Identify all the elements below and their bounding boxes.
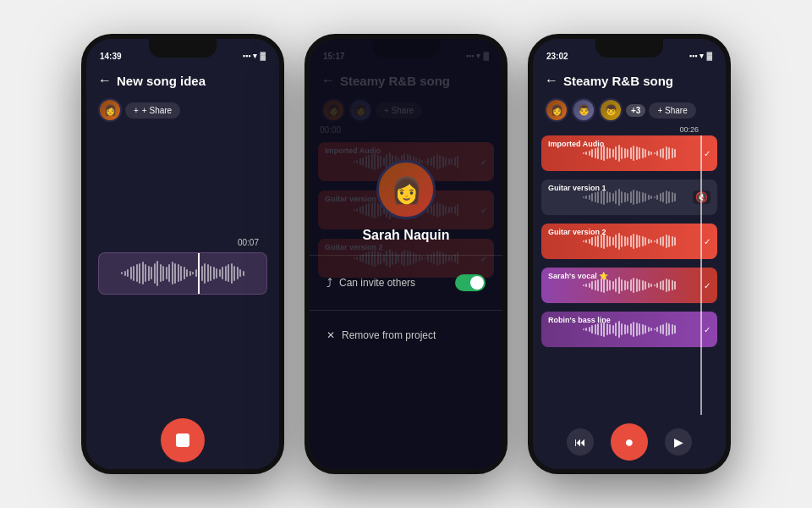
track-3-3[interactable]: Guitar version 2 ✓ [541, 224, 717, 259]
share-label-3: + Share [657, 106, 687, 115]
status-icons-3: ▪▪▪ ▾ ▓ [689, 52, 712, 60]
toggle-switch[interactable] [455, 274, 486, 291]
wifi-icon-3: ▾ [700, 52, 704, 60]
remove-label: Remove from project [342, 329, 436, 341]
back-button-1[interactable]: ← [98, 73, 112, 88]
waveform-track-1[interactable] [98, 252, 267, 295]
page-title-1: New song idea [117, 74, 267, 88]
invite-icon: ⤴ [326, 276, 332, 290]
avatar-1-1: 👩 [98, 98, 122, 122]
share-label-1: + Share [142, 106, 172, 115]
record-area-1 [86, 411, 279, 469]
phone-2: 15:17 ▪▪▪ ▾ ▓ ← Steamy R&B song 👩 👩 + Sh… [304, 34, 508, 474]
time-3: 23:02 [546, 52, 568, 61]
track-label-3-5: Robin's bass line [548, 316, 611, 324]
avatar-img-1: 👩 [100, 100, 120, 120]
modal-avatar-emoji: 👩 [391, 175, 422, 205]
skip-back-button[interactable]: ⏮ [567, 428, 594, 456]
phone-1: 14:39 ▪▪▪ ▾ ▓ ← New song idea 👩 + + Shar… [81, 34, 284, 474]
record-dot-icon: ● [625, 433, 634, 451]
status-icons-1: ▪▪▪ ▾ ▓ [243, 52, 266, 60]
share-button-3[interactable]: + Share [649, 102, 695, 119]
track-check-3-4: ✓ [704, 281, 710, 290]
record-button-1[interactable] [161, 418, 205, 462]
page-title-3: Steamy R&B song [563, 74, 714, 88]
record-button-3[interactable]: ● [611, 423, 648, 461]
signal-icon-3: ▪▪▪ [689, 52, 698, 60]
stop-icon-1 [176, 433, 189, 447]
avatar-row-1: 👩 + + Share [86, 95, 279, 125]
user-modal: 👩 Sarah Naquin ⤴ Can invite others ✕ Rem… [310, 39, 502, 469]
back-button-3[interactable]: ← [545, 73, 558, 88]
avatar-img-3-1: 👩 [546, 100, 567, 120]
avatar-img-3-2: 👨 [573, 100, 594, 120]
screen-1: 14:39 ▪▪▪ ▾ ▓ ← New song idea 👩 + + Shar… [86, 39, 279, 469]
modal-remove-row[interactable]: ✕ Remove from project [310, 323, 502, 348]
share-button-1[interactable]: + + Share [125, 102, 180, 119]
track-check-3-5: ✓ [704, 325, 710, 334]
modal-divider-2 [310, 310, 502, 311]
modal-invite-row[interactable]: ⤴ Can invite others [310, 268, 502, 298]
wifi-icon-1: ▾ [253, 52, 257, 60]
modal-invite-text: ⤴ Can invite others [326, 276, 415, 290]
mute-icon-3-2[interactable]: 🔇 [693, 190, 710, 204]
header-3: ← Steamy R&B song [533, 66, 726, 95]
phone-3: 23:02 ▪▪▪ ▾ ▓ ← Steamy R&B song 👩 👨 👦 +3 [528, 34, 731, 474]
track-3-1[interactable]: Imported Audio ✓ [541, 135, 717, 171]
waveform-bars-1 [114, 258, 251, 289]
extra-avatars-badge: +3 [626, 104, 645, 117]
modal-name: Sarah Naquin [362, 228, 449, 243]
remove-icon: ✕ [326, 329, 335, 341]
track-3-5[interactable]: Robin's bass line ✓ [541, 312, 717, 347]
track-3-2[interactable]: Guitar version 1 🔇 [541, 179, 717, 215]
track-check-3-3: ✓ [704, 237, 710, 246]
track-3-4[interactable]: Sarah's vocal ⭐ ✓ [541, 268, 717, 303]
battery-icon-1: ▓ [260, 52, 266, 60]
notch-3 [595, 39, 663, 58]
time-indicator-3: 00:26 [679, 125, 699, 134]
header-1: ← New song idea [86, 66, 279, 95]
avatar-3-1: 👩 [545, 98, 568, 122]
track-label-3-1: Imported Audio [548, 140, 604, 148]
playback-controls-3: ⏮ ● ▶ [533, 415, 726, 469]
avatar-3-2: 👨 [572, 98, 595, 122]
toggle-knob [470, 276, 484, 290]
avatar-row-3: 👩 👨 👦 +3 + Share [533, 95, 726, 125]
screen-3: 23:02 ▪▪▪ ▾ ▓ ← Steamy R&B song 👩 👨 👦 +3 [533, 39, 726, 469]
track-label-3-2: Guitar version 1 [548, 184, 606, 192]
avatar-img-3-3: 👦 [601, 100, 621, 120]
modal-divider-1 [310, 255, 502, 256]
invite-label: Can invite others [339, 277, 415, 289]
waveform-container-1: 00:07 [86, 125, 279, 411]
screen-2: 15:17 ▪▪▪ ▾ ▓ ← Steamy R&B song 👩 👩 + Sh… [310, 39, 502, 469]
tracks-container-3: Imported Audio ✓ Guitar version 1 🔇 Guit… [533, 135, 726, 415]
track-label-3-4: Sarah's vocal ⭐ [548, 272, 608, 280]
track-label-3-3: Guitar version 2 [548, 228, 606, 236]
timestamp-1: 00:07 [238, 238, 259, 247]
signal-icon-1: ▪▪▪ [243, 52, 251, 60]
notch-1 [149, 39, 217, 58]
battery-icon-3: ▓ [706, 52, 712, 60]
playhead-1 [198, 253, 200, 294]
track-check-3-1: ✓ [704, 149, 710, 158]
time-1: 14:39 [100, 52, 122, 61]
share-plus-1: + [134, 106, 139, 115]
avatar-3-3: 👦 [599, 98, 623, 122]
play-button-3[interactable]: ▶ [665, 428, 692, 456]
modal-avatar: 👩 [376, 160, 436, 219]
